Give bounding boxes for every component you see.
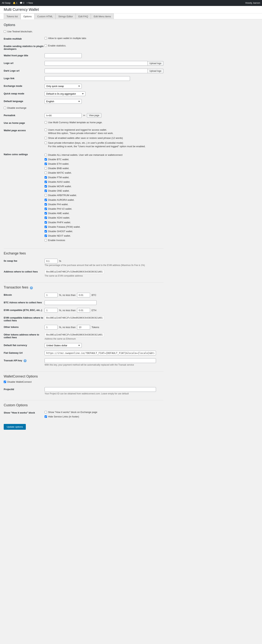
hide-service-links-checkbox[interactable] [44, 416, 47, 418]
other-tokens-fee-pct: %, no less than [59, 326, 76, 328]
evm-fee-field: %, no less than ETH [44, 308, 163, 312]
wallet-title-label: Wallet front page title [4, 53, 44, 57]
transak-input[interactable] [44, 358, 156, 363]
exchange-mode-select[interactable]: Only quick swap All modes Only full swap [44, 84, 82, 88]
native-coin-checkbox-matic[interactable] [44, 172, 47, 174]
native-coin-checkbox-ftm[interactable] [44, 176, 47, 178]
tab-edit-menu-items[interactable]: Edit Menu items [91, 14, 114, 19]
project-id-input[interactable] [44, 387, 156, 392]
btc-collect-input[interactable] [44, 300, 97, 305]
stats-field: Enable statistics. [44, 44, 163, 48]
fiat-gateway-input[interactable] [44, 351, 156, 355]
native-coin-checkbox-fkw[interactable] [44, 226, 47, 228]
tab-options[interactable]: Options [21, 14, 34, 19]
native-coin-checkbox-bnb[interactable] [44, 167, 47, 170]
tab-custom-html[interactable]: Custom HTML [34, 14, 56, 19]
native-coin-checkbox-arbitrum[interactable] [44, 194, 47, 196]
use-testnet-checkbox[interactable] [4, 30, 6, 33]
native-coin-checkbox-xdai[interactable] [44, 216, 47, 219]
logo-link-input[interactable] [44, 76, 130, 81]
transaction-fees-title: Transaction fees ? [4, 282, 163, 290]
fiat-currency-select[interactable]: United States dollar Euro British Pound … [44, 343, 82, 348]
native-coin-checkbox-phpx[interactable] [44, 221, 47, 224]
tab-edit-faq[interactable]: Edit FAQ [76, 14, 91, 19]
home-page-checkbox[interactable] [44, 121, 47, 124]
other-tokens-fee-unit: Tokens [92, 326, 99, 328]
native-coin-checkbox-ame[interactable] [44, 212, 47, 214]
permalink-input[interactable] [44, 113, 82, 118]
native-coin-label-btc: Disable BTC wallet. [48, 158, 69, 161]
fiat-currency-field: United States dollar Euro British Pound … [44, 343, 163, 348]
logo-url-field: Upload logo [44, 61, 163, 66]
admin-bar-item-swap[interactable]: All Swap [2, 2, 10, 4]
evm-fee-row: EVM compatible (ETH, BSC, etc..) %, no l… [4, 306, 163, 314]
exchange-mode-label: Exchange mode [4, 84, 44, 87]
tab-strings-editor[interactable]: Strings Editor [55, 14, 76, 19]
wallet-access-label-1: Users must be registered and logged for … [48, 128, 113, 135]
native-coin-checkbox-invoices[interactable] [44, 239, 47, 242]
collect-fees-description: The same as EVM compatible address [44, 274, 163, 277]
dark-logo-input[interactable] [44, 68, 148, 73]
native-coin-checkbox-one[interactable] [44, 190, 47, 192]
native-coin-checkbox-phi-v2[interactable] [44, 208, 47, 210]
evm-address-field: 0xc80Ca214d740C2Fc520e892003C6438I0C021A… [44, 316, 163, 320]
evm-fee-input[interactable] [44, 308, 57, 312]
wallet-title-input[interactable] [44, 53, 82, 58]
tab-tokens-list[interactable]: Tokens list [4, 14, 21, 19]
fiat-currency-row: Default fiat currency United States doll… [4, 342, 163, 349]
transak-description: With this key, your payment method will … [44, 364, 163, 366]
quick-swap-mode-select[interactable]: Default is 0x.org aggregator 1inch aggre… [44, 92, 85, 96]
native-coin-checkbox-0[interactable] [44, 154, 47, 156]
default-language-row: Default language English Spanish French … [4, 98, 163, 105]
native-coin-checkbox-movr[interactable] [44, 185, 47, 188]
dark-logo-upload-button[interactable]: Upload logo [148, 69, 163, 73]
transak-help-icon[interactable]: ? [23, 359, 26, 362]
bitcoin-fee-input[interactable] [44, 293, 57, 297]
native-coin-checkbox-avax[interactable] [44, 181, 47, 183]
multitab-checkbox[interactable] [44, 37, 47, 40]
other-tokens-fee-input[interactable] [44, 325, 57, 330]
wallet-access-checkbox-3[interactable] [44, 142, 47, 144]
native-coin-checkbox-eth[interactable] [44, 163, 47, 165]
disable-walletconnect-checkbox[interactable] [4, 381, 6, 383]
wallet-access-checkbox-1[interactable] [44, 128, 47, 131]
bitcoin-fee-min-input[interactable] [77, 293, 90, 297]
stats-checkbox[interactable] [44, 44, 47, 47]
collect-fees-row: Address where to collect fees 0xc80Ca214… [4, 268, 163, 278]
project-id-field: Your Project ID can be obtained from wal… [44, 387, 163, 395]
evm-fee-min-input[interactable] [77, 308, 90, 312]
transaction-fees-help-icon[interactable]: ? [30, 286, 33, 290]
logo-upload-button[interactable]: Upload logo [148, 61, 163, 66]
native-coin-checkbox-next[interactable] [44, 234, 47, 237]
view-page-button[interactable]: View page [87, 113, 101, 118]
permalink-edit-icon[interactable]: ✏ [83, 114, 85, 117]
other-tokens-fee-min-input[interactable] [77, 325, 90, 330]
how-it-works-checkbox-label: Show "How it works" block on Exchange pa… [48, 410, 97, 414]
wallet-title-row: Wallet front page title [4, 52, 163, 60]
native-coin-checkbox-ghost[interactable] [44, 230, 47, 232]
tabs-bar: Tokens list Options Custom HTML Strings … [0, 14, 262, 19]
exchange-fees-title: Exchange fees [4, 248, 163, 255]
native-coin-label-eth: Disable ETH wallet. [48, 162, 69, 166]
disable-exchange-checkbox[interactable] [4, 107, 6, 109]
0x-fee-field: % The percentage of the purchase amount … [44, 259, 163, 266]
native-coin-checkbox-aurora[interactable] [44, 199, 47, 201]
admin-bar-left: All Swap 🔔 1 💬 0 + New [2, 2, 33, 4]
native-coin-checkbox-phi[interactable] [44, 203, 47, 206]
disable-walletconnect-label: Disable WalletConnect [7, 380, 31, 384]
native-coin-checkbox-btc[interactable] [44, 158, 47, 160]
evm-address-label: EVM compatible Address where to collect … [4, 316, 44, 322]
native-coin-label-avax: Disable AVAX wallet. [48, 180, 70, 184]
bitcoin-fee-unit: BTC [92, 294, 96, 296]
transak-field: With this key, your payment method will … [44, 358, 163, 366]
btc-collect-field [44, 300, 163, 305]
logo-url-input[interactable] [44, 61, 148, 66]
how-it-works-checkbox[interactable] [44, 411, 47, 413]
0x-fee-input[interactable] [44, 259, 57, 263]
default-language-select[interactable]: English Spanish French German [44, 99, 82, 104]
admin-bar-item-new[interactable]: + New [26, 2, 33, 4]
update-options-button[interactable]: Update options [4, 424, 26, 430]
evm-address-display: 0xc80Ca214d740C2Fc520e892003C6438I0C021A… [44, 316, 104, 320]
permalink-field: ✏ View page [44, 113, 163, 118]
wallet-access-checkbox-2[interactable] [44, 137, 47, 139]
